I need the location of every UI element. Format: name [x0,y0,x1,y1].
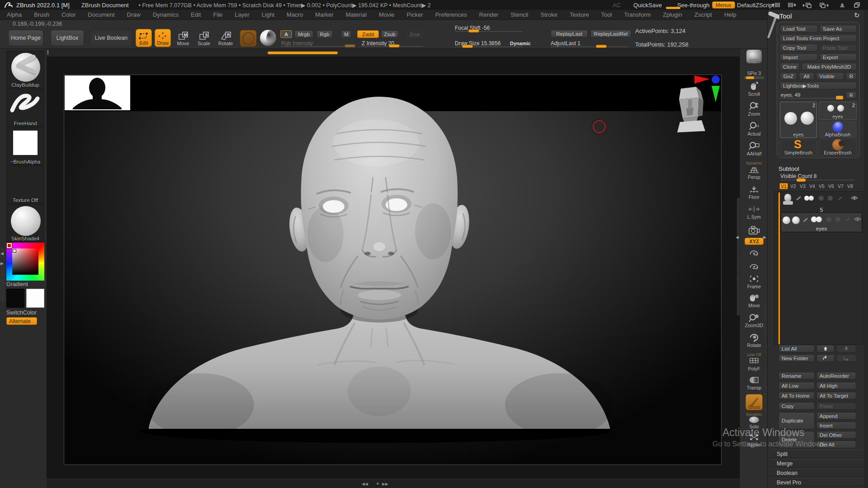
menus-button[interactable]: Menus [712,1,735,9]
rotate-button[interactable]: R Rotate [215,29,236,47]
subtool-row-eyes[interactable]: eyes [781,212,862,232]
import-button[interactable]: Import [780,53,818,61]
zoom3d-button[interactable]: Zoom3D [743,313,765,328]
tab-v7[interactable]: V7 [836,183,845,189]
hue-cursor[interactable] [7,243,12,248]
rgb-button[interactable]: Rgb [316,30,333,38]
eyes-pen-dim-icon[interactable] [844,217,851,222]
menu-zscript[interactable]: Zscript [694,11,712,18]
load-tools-from-project-button[interactable]: Load Tools From Project [780,34,857,42]
subtool-row-head[interactable] [782,192,861,206]
tab-v8[interactable]: V8 [846,183,854,189]
canvas-h-scroll[interactable] [47,49,740,57]
adjust-last-handle[interactable] [596,45,607,48]
move-to-folder-button[interactable] [816,354,835,362]
tool-reset-icon[interactable]: ↻ [854,11,860,19]
view-orientation-gizmo[interactable] [668,75,722,134]
move-button[interactable]: M Move [174,29,193,47]
tray-collapse-arrow-icon[interactable]: ◀ [0,251,4,256]
all-to-home-button[interactable]: All To Home [778,392,815,399]
scroll-split-icon[interactable]: ▲ [376,481,380,485]
texture-selector[interactable]: Texture Off [6,166,44,204]
tab-v2[interactable]: V2 [789,183,797,189]
paste-subtool-button[interactable]: Paste [816,402,856,410]
tab-v4[interactable]: V4 [808,183,816,189]
menu-marker[interactable]: Marker [315,11,333,18]
visible-count-handle[interactable] [797,178,806,182]
xyz-constraint-button[interactable]: XYZ [743,238,765,245]
menu-document[interactable]: Document [88,11,114,18]
see-through-camera-button[interactable] [743,223,765,237]
scroll-left-icon[interactable]: ◀◀ [362,482,368,486]
minimize-icon[interactable] [839,2,845,8]
boolean-section[interactable]: Boolean [771,469,864,477]
menu-picker[interactable]: Picker [407,11,423,18]
rotate-canvas-button[interactable]: Rotate [743,333,765,348]
local-symmetry-button[interactable]: L.Sym [743,204,765,220]
current-material-preview[interactable] [260,30,276,46]
color-a-button[interactable]: A [280,30,292,38]
delete-button[interactable]: Delete [778,431,815,448]
menu-material[interactable]: Material [346,11,367,18]
menu-light[interactable]: Light [262,11,274,18]
save-as-button[interactable]: Save As [820,25,857,33]
zcut-button[interactable]: Zcut [407,30,422,38]
tab-v6[interactable]: V6 [827,183,835,189]
del-other-button[interactable]: Del Other [816,431,856,439]
all-high-button[interactable]: All High [816,382,856,389]
polyframe-button[interactable]: PolyF [743,356,765,371]
menu-edit[interactable]: Edit [191,11,201,18]
zadd-button[interactable]: Zadd [357,30,379,38]
persp-button[interactable]: Persp [743,164,765,180]
alternate-button[interactable]: Alternate [6,317,37,325]
copy-tool-button[interactable]: Copy Tool [780,44,818,52]
gradient-label[interactable]: Gradient [0,281,47,287]
move-out-folder-button[interactable] [836,354,856,362]
canvas-collapse-arrow-icon[interactable]: ◀ [736,235,739,239]
tab-v3[interactable]: V3 [798,183,807,189]
menu-brush[interactable]: Brush [34,11,49,18]
bpr-button[interactable]: BPR [743,50,765,69]
replay-last-button[interactable]: ReplayLast [551,30,588,38]
clone-button[interactable]: Clone [780,63,800,70]
ghost-button[interactable]: Ghost [743,394,765,410]
menu-layer[interactable]: Layer [235,11,250,18]
subtool-scrollbar[interactable] [778,192,780,344]
document-view[interactable] [64,75,722,465]
menu-color[interactable]: Color [61,11,75,18]
tool-r-button[interactable]: R [846,91,857,99]
duplicate-button[interactable]: Duplicate [778,412,815,429]
rgb-intensity-slider[interactable]: Rgb Intensity [281,40,313,47]
dock-left-icon[interactable] [802,2,812,8]
shrink-left-tray-icon[interactable] [772,2,781,8]
load-tool-button[interactable]: Load Tool [780,25,818,33]
bevel-pro-section[interactable]: Bevel Pro [771,478,864,487]
eraserbrush-tool-thumbnail[interactable]: EraserBrush [819,139,857,156]
color-picker[interactable] [6,243,44,281]
copy-subtool-button[interactable]: Copy [778,402,815,410]
list-all-button[interactable]: List All [778,345,815,352]
all-to-target-button[interactable]: All To Target [816,392,856,399]
alpha-selector[interactable]: ~BrushAlpha [6,127,44,165]
z-intensity-handle[interactable] [389,44,400,47]
menu-texture[interactable]: Texture [570,11,589,18]
paste-tool-button[interactable]: Paste Tool [820,44,857,52]
insert-button[interactable]: Insert [816,422,856,429]
m-button[interactable]: M [341,30,351,38]
subtool-eye-icon[interactable] [850,195,859,201]
scroll-button[interactable]: Scroll [743,81,765,97]
h-scroll-thumb[interactable] [268,52,338,54]
make-polymesh3d-button[interactable]: Make PolyMesh3D [802,63,857,70]
export-button[interactable]: Export [820,53,857,61]
see-through-slider-handle[interactable] [666,7,680,9]
menu-preferences[interactable]: Preferences [435,11,467,18]
expand-right-tray-icon[interactable] [787,2,796,8]
menu-alpha[interactable]: Alpha [7,11,22,18]
lightbox-button[interactable]: LightBox [51,30,84,46]
scale-button[interactable]: S Scale [194,29,213,47]
sculpt-model-bust[interactable] [64,75,722,465]
menu-transform[interactable]: Transform [624,11,651,18]
tool-panel-scrollbar[interactable] [864,10,868,488]
alphabrush-tool-thumbnail[interactable]: AlphaBrush [819,121,857,138]
split-section[interactable]: Split [771,450,864,458]
